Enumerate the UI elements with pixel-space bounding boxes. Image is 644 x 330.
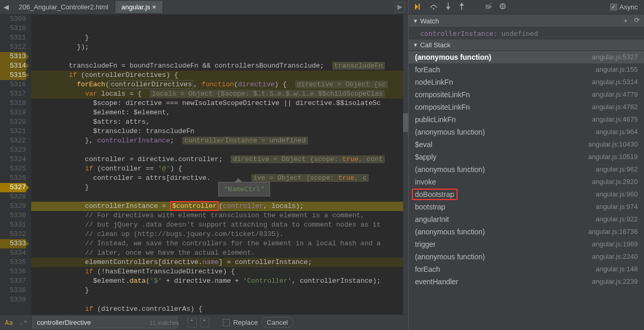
svg-marker-5 [446,7,450,10]
callstack-section-header[interactable]: ▼ Call Stack [409,39,644,51]
stack-frame[interactable]: compositeLinkFnangular.js:4782 [409,101,644,113]
find-prev-button[interactable]: ˄ [187,318,197,327]
svg-rect-2 [419,4,420,10]
regex-toggle[interactable]: .* [18,319,29,326]
match-count: 11 matches [150,320,179,326]
svg-point-3 [433,8,435,9]
pause-icon[interactable] [499,3,506,11]
run-icon[interactable] [395,2,405,12]
find-next-button[interactable]: ˅ [200,318,209,327]
editor-tabs: ◀ 206_Angular_Controller2.htmlangular.js… [0,0,408,15]
callstack-list: (anonymous function)angular.js:5327forEa… [409,51,644,330]
watch-title: Watch [420,17,439,25]
stack-frame[interactable]: nodeLinkFnangular.js:5314 [409,76,644,88]
stack-frame[interactable]: forEachangular.js:155 [409,63,644,76]
stack-frame[interactable]: eventHandlerangular.js:2239 [409,275,644,288]
svg-marker-0 [397,5,403,10]
watch-expression[interactable]: controllerInstance: undefined [409,28,644,39]
stack-frame[interactable]: (anonymous function)angular.js:962 [409,163,644,176]
editor-scrollbar-thumb[interactable] [403,113,408,132]
async-label: Async [620,3,638,11]
stack-frame[interactable]: triggerangular.js:1969 [409,238,644,250]
cancel-button[interactable]: Cancel [261,317,293,328]
watch-value: undefined [502,30,538,37]
find-bar: Aa .* 11 matches ˄ ˅ Replace Cancel [0,314,408,330]
svg-marker-1 [415,4,418,10]
deactivate-breakpoints-icon[interactable] [485,3,492,11]
stack-frame[interactable]: bootstrapangular.js:974 [409,201,644,213]
resume-icon[interactable] [415,3,422,11]
stack-frame[interactable]: publicLinkFnangular.js:4675 [409,113,644,126]
match-case-toggle[interactable]: Aa [3,319,15,326]
chevron-down-icon: ▼ [413,18,418,24]
stack-frame[interactable]: doBootstrapangular.js:960 [409,188,644,201]
refresh-watch-icon[interactable]: ⟳ [634,16,640,25]
watch-section-header[interactable]: ▼ Watch ＋ ⟳ [409,15,644,28]
stack-frame[interactable]: $evalangular.js:10430 [409,138,644,151]
add-watch-icon[interactable]: ＋ [622,16,629,25]
stack-frame[interactable]: compositeLinkFnangular.js:4779 [409,88,644,101]
editor-tab[interactable]: 206_Angular_Controller2.html [12,1,115,13]
svg-point-10 [500,3,506,9]
code-editor[interactable]: 5309531053115312531353145315531653175318… [0,15,408,314]
stack-frame[interactable]: (anonymous function)angular.js:16736 [409,226,644,238]
callstack-title: Call Stack [420,41,451,49]
svg-rect-11 [501,5,502,8]
stack-frame[interactable]: (anonymous function)angular.js:2240 [409,250,644,263]
debugger-panel: ✓ Async ▼ Watch ＋ ⟳ controllerInstance: … [408,0,644,330]
watch-name: controllerInstance [420,30,493,37]
stack-frame[interactable]: (anonymous function)angular.js:5327 [409,51,644,63]
tab-nav-left-icon[interactable]: ◀ [0,3,12,11]
editor-scrollbar[interactable] [403,15,408,314]
svg-rect-12 [503,5,504,8]
line-gutter: 5309531053115312531353145315531653175318… [0,15,31,314]
stack-frame[interactable]: $applyangular.js:10519 [409,151,644,163]
stack-frame[interactable]: invokeangular.js:2820 [409,176,644,188]
stack-frame[interactable]: (anonymous function)angular.js:964 [409,126,644,138]
debug-toolbar: ✓ Async [409,0,644,15]
stack-frame[interactable]: forEachangular.js:148 [409,263,644,275]
async-checkbox[interactable]: ✓ Async [610,3,638,11]
replace-checkbox[interactable] [223,319,230,326]
step-over-icon[interactable] [430,3,438,11]
stack-frame[interactable]: angularInitangular.js:922 [409,213,644,226]
step-into-icon[interactable] [445,3,451,11]
step-out-icon[interactable] [459,3,465,11]
debug-value-tooltip: "NameCtrl" [218,182,270,196]
svg-marker-7 [460,3,464,6]
editor-tab[interactable]: angular.js × [115,1,163,13]
code-body[interactable]: } }); transcludeFn = boundTranscludeFn &… [31,15,408,314]
replace-label: Replace [233,319,258,326]
chevron-down-icon: ▼ [413,42,418,48]
